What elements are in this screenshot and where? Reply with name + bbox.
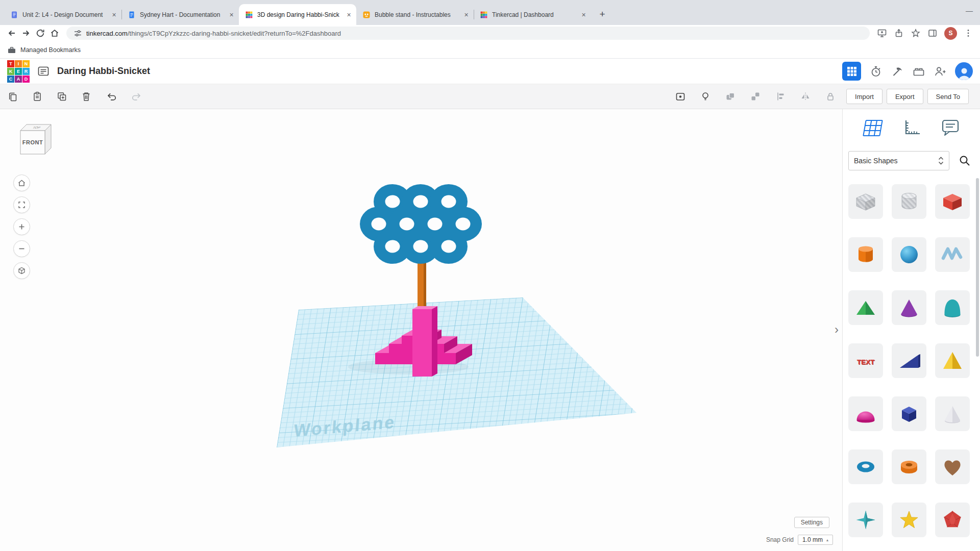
box-hole-icon	[853, 189, 878, 214]
shape-pyramid[interactable]	[935, 343, 970, 378]
fit-view-button[interactable]	[13, 196, 30, 213]
design-canvas[interactable]: Workplane	[0, 109, 842, 551]
show-hidden-button[interactable]	[675, 91, 686, 102]
reload-button[interactable]	[34, 27, 47, 40]
browser-tab-tinkercad-dashboard[interactable]: Tinkercad | Dashboard ×	[474, 4, 591, 25]
shape-cylinder-hole[interactable]	[892, 184, 926, 219]
export-button[interactable]: Export	[887, 89, 923, 104]
home-button[interactable]	[48, 27, 61, 40]
shape-star-4[interactable]	[848, 503, 883, 537]
align-button[interactable]	[775, 91, 786, 102]
ungroup-icon	[750, 91, 761, 102]
shape-box-hole[interactable]	[848, 184, 883, 219]
instructables-favicon-icon	[362, 11, 371, 19]
tab-close-icon[interactable]: ×	[579, 10, 588, 19]
bookmark-star-icon[interactable]	[911, 28, 921, 38]
mirror-button[interactable]	[800, 91, 811, 102]
shape-heart[interactable]	[935, 449, 970, 484]
fit-view-icon	[17, 201, 26, 209]
share-icon[interactable]	[894, 28, 904, 38]
show-all-button[interactable]	[700, 91, 711, 102]
user-silhouette-icon	[957, 66, 972, 80]
back-button[interactable]	[5, 27, 18, 40]
shape-scribble[interactable]	[935, 237, 970, 272]
shape-cylinder[interactable]	[848, 237, 883, 272]
shape-paraboloid[interactable]	[935, 290, 970, 325]
forward-button[interactable]	[19, 27, 33, 40]
address-bar[interactable]: tinkercad.com/things/cT9CpYzkzzc-daring-…	[66, 27, 870, 40]
paste-button[interactable]	[32, 91, 43, 102]
browser-tab-sydney-hart[interactable]: Sydney Hart - Documentation ×	[121, 4, 239, 25]
shape-box[interactable]	[935, 184, 970, 219]
design-properties-icon[interactable]	[37, 65, 50, 78]
shape-cone[interactable]	[892, 290, 926, 325]
tinkercad-logo[interactable]: T I N K E R C A D	[7, 60, 30, 83]
notes-tool-button[interactable]	[940, 118, 961, 137]
sim-lab-button[interactable]	[869, 65, 883, 78]
shape-cone-white[interactable]	[935, 396, 970, 431]
browser-tab-3d-design-active[interactable]: 3D design Daring Habbi-Snick ×	[239, 4, 356, 25]
tab-close-icon[interactable]: ×	[345, 10, 353, 19]
collaborate-button[interactable]	[934, 65, 947, 78]
delete-button[interactable]	[81, 91, 92, 102]
browser-profile-avatar[interactable]: S	[944, 27, 957, 40]
shape-wedge[interactable]	[892, 343, 926, 378]
ruler-tool-button[interactable]	[901, 118, 922, 137]
tinkercad-avatar[interactable]	[955, 62, 973, 80]
panel-collapse-button[interactable]: ›	[832, 321, 841, 338]
tab-close-icon[interactable]: ×	[462, 10, 471, 19]
shape-star-5[interactable]	[892, 503, 926, 537]
view-cube[interactable]: TOP FRONT	[14, 121, 54, 159]
bricks-button[interactable]	[912, 65, 925, 78]
tinkercad-favicon-icon	[480, 11, 488, 19]
shape-sphere[interactable]	[892, 237, 926, 272]
panel-scrollbar[interactable]	[976, 178, 979, 357]
duplicate-button[interactable]	[56, 91, 67, 102]
lock-button[interactable]	[825, 91, 836, 102]
grid-icon	[846, 65, 858, 78]
shape-text[interactable]: TEXT TEXT	[848, 343, 883, 378]
shape-torus[interactable]	[848, 449, 883, 484]
browser-tab-bubble-stand[interactable]: Bubble stand - Instructables ×	[356, 4, 474, 25]
import-button[interactable]: Import	[846, 89, 883, 104]
ungroup-button[interactable]	[750, 91, 761, 102]
search-button[interactable]	[954, 151, 975, 171]
shape-polyhedron[interactable]	[935, 503, 970, 537]
group-button[interactable]	[725, 91, 736, 102]
settings-button[interactable]: Settings	[794, 517, 829, 528]
shape-category-dropdown[interactable]: Basic Shapes	[848, 151, 949, 170]
design-title[interactable]: Daring Habbi-Snicket	[57, 66, 842, 77]
side-panel-icon[interactable]	[927, 28, 938, 38]
shape-roof[interactable]	[848, 290, 883, 325]
install-app-icon[interactable]	[877, 28, 887, 38]
site-info-icon[interactable]	[74, 29, 82, 37]
sphere-icon	[897, 242, 921, 267]
editor-grid-button[interactable]	[842, 62, 861, 81]
window-control-icon[interactable]: —	[966, 7, 973, 15]
managed-bookmarks-label[interactable]: Managed Bookmarks	[20, 46, 81, 54]
workplane[interactable]: Workplane	[277, 297, 636, 447]
new-tab-button[interactable]: +	[595, 7, 609, 21]
managed-bookmarks-folder-icon	[7, 46, 16, 54]
workplane-tool-button[interactable]	[862, 118, 884, 137]
zoom-out-button[interactable]	[13, 240, 30, 257]
zoom-in-button[interactable]	[13, 218, 30, 235]
undo-button[interactable]	[106, 91, 117, 102]
tab-close-icon[interactable]: ×	[110, 10, 118, 19]
tab-title: Unit 2: L4 - Design Document	[22, 11, 106, 18]
home-view-button[interactable]	[13, 174, 30, 191]
shape-half-sphere[interactable]	[848, 396, 883, 431]
send-to-button[interactable]: Send To	[927, 89, 969, 104]
blocks-button[interactable]	[891, 65, 904, 78]
shape-grid: TEXT TEXT	[848, 184, 975, 537]
shape-polygon[interactable]	[892, 396, 926, 431]
cylinder-hole-icon	[897, 189, 921, 214]
redo-button[interactable]	[131, 91, 142, 102]
copy-button[interactable]	[7, 91, 18, 102]
shape-tube[interactable]	[892, 449, 926, 484]
browser-tab-design-document[interactable]: Unit 2: L4 - Design Document ×	[4, 4, 121, 25]
snap-grid-dropdown[interactable]: 1.0 mm ▴	[798, 535, 833, 545]
perspective-toggle-button[interactable]	[13, 262, 30, 279]
tab-close-icon[interactable]: ×	[227, 10, 236, 19]
browser-menu-icon[interactable]	[964, 29, 973, 38]
